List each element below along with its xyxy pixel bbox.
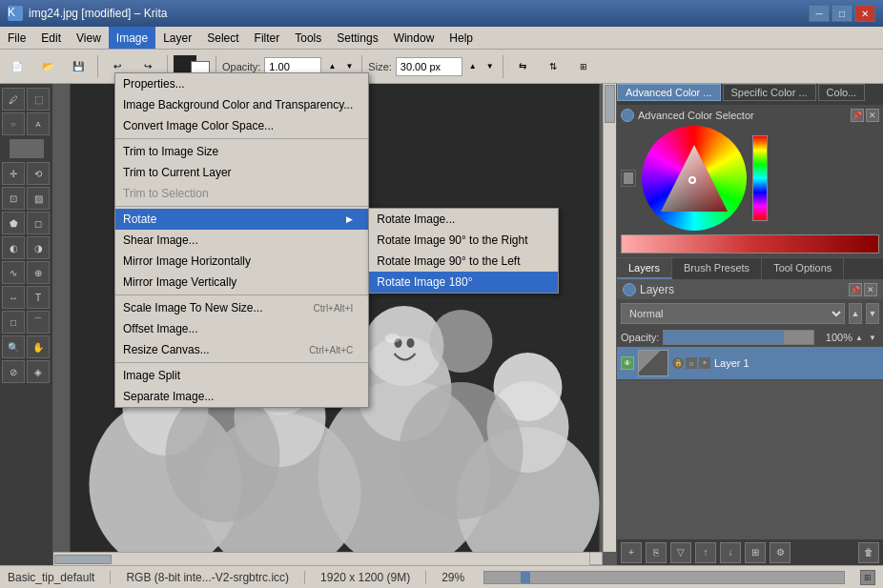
- menu-window[interactable]: Window: [386, 27, 442, 49]
- opacity-up-btn[interactable]: ▲: [852, 331, 866, 344]
- tool-move[interactable]: ✛: [2, 162, 25, 185]
- layer-item-1[interactable]: 👁 🔒 α ✦ Layer 1: [617, 347, 883, 380]
- menu-convert-cs[interactable]: Convert Image Color Space...: [115, 115, 368, 136]
- color-panel-pin[interactable]: 📌: [851, 109, 864, 122]
- tool-crop[interactable]: ⊡: [2, 187, 25, 210]
- menu-offset[interactable]: Offset Image...: [115, 318, 368, 339]
- add-layer-btn[interactable]: +: [621, 542, 642, 563]
- tool-shape[interactable]: □: [2, 311, 25, 334]
- tool-zoom[interactable]: 🔍: [2, 335, 25, 358]
- extra-btn[interactable]: ⊞: [570, 53, 597, 80]
- scrollbar-thumb-h[interactable]: [54, 555, 112, 564]
- menu-separate[interactable]: Separate Image...: [115, 386, 368, 407]
- layer-visibility-toggle[interactable]: 👁: [621, 356, 634, 370]
- tool-path[interactable]: ⌒: [27, 311, 50, 334]
- tool-smart-patch[interactable]: ◈: [27, 360, 50, 383]
- tab-brush-presets[interactable]: Brush Presets: [672, 258, 762, 279]
- color-selector-dot[interactable]: [688, 176, 696, 184]
- move-layer-up-btn[interactable]: ↑: [695, 542, 716, 563]
- layers-panel-pin[interactable]: 📌: [849, 283, 862, 296]
- color-panel-close[interactable]: ✕: [866, 109, 879, 122]
- menu-properties[interactable]: Properties...: [115, 73, 368, 94]
- blend-mode-select[interactable]: Normal: [621, 303, 845, 324]
- tool-burn[interactable]: ◑: [27, 236, 50, 259]
- tool-pan[interactable]: ✋: [27, 335, 50, 358]
- copy-layer-btn[interactable]: ⎘: [646, 542, 667, 563]
- submenu-rotate-180[interactable]: Rotate Image 180°: [369, 272, 558, 293]
- open-button[interactable]: 📂: [34, 53, 61, 80]
- zoom-slider[interactable]: [483, 571, 845, 584]
- tool-eraser[interactable]: ◻: [27, 212, 50, 234]
- blend-up-btn[interactable]: ▲: [849, 303, 862, 324]
- menu-scale[interactable]: Scale Image To New Size... Ctrl+Alt+I: [115, 297, 368, 318]
- tool-small-2[interactable]: A: [27, 112, 50, 135]
- menu-trim-image[interactable]: Trim to Image Size: [115, 141, 368, 162]
- size-down[interactable]: ▼: [483, 53, 497, 80]
- mirror-h-btn[interactable]: ⇆: [509, 53, 536, 80]
- tool-fill[interactable]: ⬟: [2, 212, 25, 234]
- color-gradient-strip[interactable]: [621, 234, 879, 253]
- menu-trim-layer[interactable]: Trim to Current Layer: [115, 162, 368, 183]
- tool-select-rect[interactable]: ⬚: [27, 88, 50, 111]
- layer-lock-icon[interactable]: 🔒: [672, 357, 684, 369]
- menu-view[interactable]: View: [69, 27, 109, 49]
- image-menu[interactable]: Properties... Image Background Color and…: [114, 72, 369, 408]
- menu-mirror-h[interactable]: Mirror Image Horizontally: [115, 251, 368, 272]
- rotate-submenu[interactable]: Rotate Image... Rotate Image 90° to the …: [368, 208, 559, 294]
- tab-color[interactable]: Colo...: [818, 84, 866, 101]
- tool-gradient[interactable]: ▨: [27, 187, 50, 210]
- menu-file[interactable]: File: [0, 27, 33, 49]
- tool-smudge[interactable]: ∿: [2, 261, 25, 284]
- color-mode-btn[interactable]: [621, 170, 636, 187]
- zoom-slider-thumb[interactable]: [521, 572, 530, 583]
- fold-layer-btn[interactable]: ▽: [670, 542, 691, 563]
- menu-layer[interactable]: Layer: [155, 27, 199, 49]
- tool-small-1[interactable]: ○: [2, 112, 25, 135]
- submenu-rotate-90-right[interactable]: Rotate Image 90° to the Right: [369, 230, 558, 251]
- tool-clone[interactable]: ⊕: [27, 261, 50, 284]
- color-wheel[interactable]: [642, 126, 747, 231]
- color-wheel-container[interactable]: [642, 126, 747, 231]
- move-layer-down-btn[interactable]: ↓: [720, 542, 741, 563]
- menu-bg-color[interactable]: Image Background Color and Transparency.…: [115, 94, 368, 115]
- close-button[interactable]: ✕: [854, 5, 875, 22]
- menu-filter[interactable]: Filter: [247, 27, 288, 49]
- menu-help[interactable]: Help: [442, 27, 481, 49]
- menu-rotate[interactable]: Rotate ▶ Rotate Image... Rotate Image 90…: [115, 209, 368, 230]
- tool-freehand[interactable]: 🖊: [2, 88, 25, 111]
- layers-list[interactable]: 👁 🔒 α ✦ Layer 1: [617, 347, 883, 538]
- blend-down-btn[interactable]: ▼: [866, 303, 879, 324]
- tab-advanced-color[interactable]: Advanced Color ...: [617, 84, 721, 101]
- tool-measure[interactable]: ↔: [2, 286, 25, 309]
- status-icon[interactable]: ⊞: [860, 570, 875, 585]
- layer-effect-icon[interactable]: ✦: [699, 357, 710, 369]
- menu-tools[interactable]: Tools: [287, 27, 329, 49]
- delete-layer-btn[interactable]: 🗑: [858, 542, 879, 563]
- menu-mirror-v[interactable]: Mirror Image Vertically: [115, 272, 368, 293]
- horizontal-scrollbar[interactable]: [53, 552, 603, 565]
- scrollbar-thumb-v[interactable]: [605, 85, 615, 123]
- maximize-button[interactable]: □: [832, 5, 852, 22]
- save-button[interactable]: 💾: [65, 53, 92, 80]
- vertical-scrollbar[interactable]: [603, 84, 616, 552]
- menu-edit[interactable]: Edit: [33, 27, 69, 49]
- submenu-rotate-image[interactable]: Rotate Image...: [369, 209, 558, 230]
- minimize-button[interactable]: ─: [809, 5, 830, 22]
- menu-image-split[interactable]: Image Split: [115, 365, 368, 386]
- menu-select[interactable]: Select: [199, 27, 246, 49]
- tool-transform[interactable]: ⟲: [27, 162, 50, 185]
- menu-resize-canvas[interactable]: Resize Canvas... Ctrl+Alt+C: [115, 339, 368, 360]
- tab-layers[interactable]: Layers: [617, 258, 672, 279]
- size-input[interactable]: [396, 57, 462, 76]
- menu-image[interactable]: Image: [109, 27, 155, 49]
- tab-specific-color[interactable]: Specific Color ...: [723, 84, 816, 101]
- mirror-v-btn[interactable]: ⇅: [540, 53, 566, 80]
- menu-shear[interactable]: Shear Image...: [115, 230, 368, 251]
- layer-alpha-icon[interactable]: α: [686, 357, 697, 369]
- tool-dodge[interactable]: ◐: [2, 236, 25, 259]
- submenu-rotate-90-left[interactable]: Rotate Image 90° to the Left: [369, 251, 558, 272]
- opacity-down-btn[interactable]: ▼: [866, 331, 879, 344]
- hue-strip[interactable]: [752, 135, 768, 221]
- tool-text[interactable]: T: [27, 286, 50, 309]
- new-button[interactable]: 📄: [4, 53, 31, 80]
